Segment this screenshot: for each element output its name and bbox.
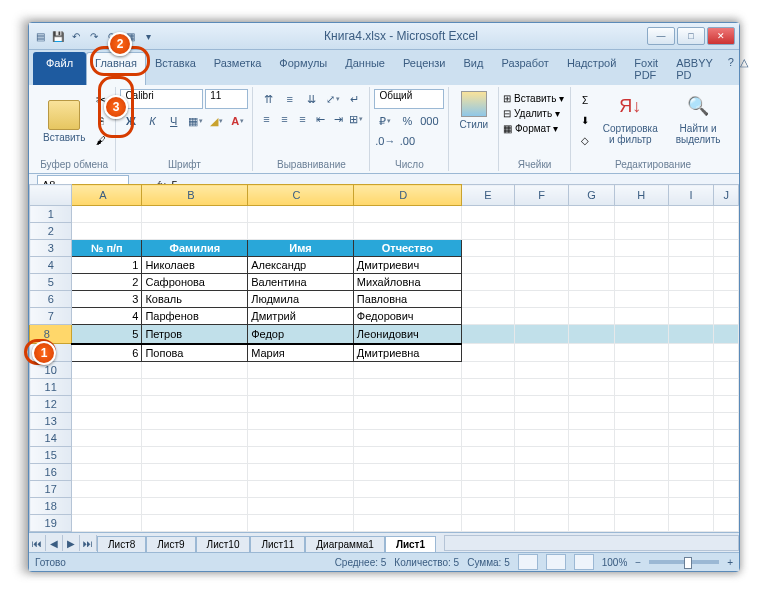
col-header-E[interactable]: E bbox=[461, 185, 515, 206]
cell[interactable] bbox=[461, 361, 515, 378]
cell[interactable] bbox=[569, 412, 615, 429]
cell[interactable] bbox=[569, 308, 615, 325]
col-header-I[interactable]: I bbox=[668, 185, 714, 206]
cell[interactable] bbox=[142, 446, 248, 463]
cell[interactable] bbox=[668, 291, 714, 308]
cell[interactable] bbox=[569, 291, 615, 308]
cell[interactable] bbox=[72, 206, 142, 223]
indent-inc-button[interactable]: ⇥ bbox=[329, 109, 347, 129]
cell[interactable] bbox=[461, 325, 515, 344]
cell[interactable] bbox=[668, 257, 714, 274]
cell[interactable]: 4 bbox=[72, 308, 142, 325]
row-header-14[interactable]: 14 bbox=[30, 429, 72, 446]
row-header-4[interactable]: 4 bbox=[30, 257, 72, 274]
increase-decimal-button[interactable]: .0→ bbox=[374, 131, 396, 151]
cell[interactable] bbox=[353, 429, 461, 446]
row-header-1[interactable]: 1 bbox=[30, 206, 72, 223]
cell[interactable]: Федорович bbox=[353, 308, 461, 325]
row-header-10[interactable]: 10 bbox=[30, 361, 72, 378]
cell[interactable] bbox=[569, 463, 615, 480]
cell[interactable] bbox=[668, 412, 714, 429]
cell[interactable] bbox=[614, 223, 668, 240]
cell[interactable] bbox=[668, 344, 714, 362]
cell[interactable]: 6 bbox=[72, 344, 142, 362]
cell[interactable] bbox=[668, 274, 714, 291]
tab-nav-next[interactable]: ▶ bbox=[63, 535, 80, 551]
row-header-8[interactable]: 8 bbox=[30, 325, 72, 344]
cell[interactable] bbox=[569, 223, 615, 240]
autosum-button[interactable]: Σ bbox=[575, 91, 595, 109]
cell[interactable] bbox=[668, 240, 714, 257]
cell[interactable]: Парфенов bbox=[142, 308, 248, 325]
tab-home[interactable]: Главная bbox=[86, 52, 146, 85]
view-layout-button[interactable] bbox=[546, 554, 566, 570]
cell[interactable] bbox=[461, 206, 515, 223]
cell[interactable] bbox=[353, 378, 461, 395]
cell[interactable] bbox=[72, 378, 142, 395]
cell[interactable] bbox=[515, 223, 569, 240]
cell[interactable] bbox=[461, 463, 515, 480]
tab-view[interactable]: Вид bbox=[455, 52, 493, 85]
cell[interactable] bbox=[72, 480, 142, 497]
redo-icon[interactable]: ↷ bbox=[87, 29, 101, 43]
fill-color-button[interactable]: ◢ bbox=[206, 111, 227, 131]
cell[interactable] bbox=[515, 325, 569, 344]
comma-button[interactable]: 000 bbox=[418, 111, 440, 131]
cell[interactable] bbox=[714, 325, 739, 344]
percent-button[interactable]: % bbox=[396, 111, 418, 131]
cell[interactable] bbox=[515, 463, 569, 480]
cell[interactable] bbox=[614, 463, 668, 480]
cell[interactable] bbox=[248, 378, 354, 395]
cell[interactable] bbox=[142, 514, 248, 531]
cell[interactable] bbox=[515, 412, 569, 429]
cell[interactable] bbox=[142, 361, 248, 378]
cell[interactable] bbox=[72, 223, 142, 240]
cell[interactable]: Федор bbox=[248, 325, 354, 344]
cell[interactable] bbox=[614, 257, 668, 274]
cell[interactable] bbox=[714, 344, 739, 362]
cell[interactable] bbox=[72, 429, 142, 446]
align-bottom-button[interactable]: ⇊ bbox=[301, 89, 323, 109]
row-header-3[interactable]: 3 bbox=[30, 240, 72, 257]
cell[interactable]: Сафронова bbox=[142, 274, 248, 291]
minimize-button[interactable]: — bbox=[647, 27, 675, 45]
align-right-button[interactable]: ≡ bbox=[293, 109, 311, 129]
cell[interactable] bbox=[515, 291, 569, 308]
cell[interactable] bbox=[614, 480, 668, 497]
cell[interactable]: Леонидович bbox=[353, 325, 461, 344]
cell[interactable] bbox=[353, 514, 461, 531]
tab-nav-first[interactable]: ⏮ bbox=[29, 535, 46, 551]
cell[interactable] bbox=[353, 206, 461, 223]
align-top-button[interactable]: ⇈ bbox=[257, 89, 279, 109]
cell[interactable]: Дмитрий bbox=[248, 308, 354, 325]
cell[interactable] bbox=[72, 463, 142, 480]
row-header-15[interactable]: 15 bbox=[30, 446, 72, 463]
cell[interactable] bbox=[714, 395, 739, 412]
cell[interactable] bbox=[714, 257, 739, 274]
cell[interactable] bbox=[714, 378, 739, 395]
cell[interactable]: 1 bbox=[72, 257, 142, 274]
find-select-button[interactable]: 🔍 Найти и выделить bbox=[665, 89, 731, 153]
tab-developer[interactable]: Разработ bbox=[492, 52, 557, 85]
cell[interactable] bbox=[72, 361, 142, 378]
maximize-button[interactable]: □ bbox=[677, 27, 705, 45]
cell[interactable] bbox=[461, 429, 515, 446]
cell[interactable] bbox=[72, 412, 142, 429]
cell[interactable] bbox=[248, 514, 354, 531]
col-header-C[interactable]: C bbox=[248, 185, 354, 206]
sheet-tab-Лист9[interactable]: Лист9 bbox=[146, 536, 195, 552]
col-header-D[interactable]: D bbox=[353, 185, 461, 206]
cell[interactable] bbox=[714, 206, 739, 223]
align-middle-button[interactable]: ≡ bbox=[279, 89, 301, 109]
cell[interactable] bbox=[72, 497, 142, 514]
row-header-16[interactable]: 16 bbox=[30, 463, 72, 480]
cell[interactable]: Дмитриевна bbox=[353, 344, 461, 362]
currency-button[interactable]: ₽ bbox=[374, 111, 396, 131]
cell[interactable] bbox=[461, 257, 515, 274]
cell[interactable] bbox=[142, 378, 248, 395]
cell[interactable] bbox=[142, 463, 248, 480]
cell[interactable] bbox=[714, 274, 739, 291]
cell[interactable] bbox=[353, 361, 461, 378]
cell[interactable]: Коваль bbox=[142, 291, 248, 308]
cell[interactable] bbox=[461, 274, 515, 291]
